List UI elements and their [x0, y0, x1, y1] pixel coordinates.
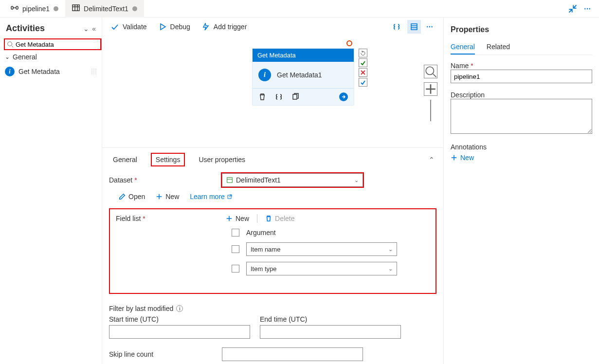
properties-view-button[interactable] [407, 20, 421, 34]
svg-point-7 [8, 42, 12, 46]
svg-marker-9 [161, 24, 165, 30]
dataset-new-button[interactable]: New [156, 193, 179, 200]
field-list-section: Field list * New Delete Argument [109, 208, 436, 294]
info-icon: i [5, 67, 15, 76]
chevron-down-icon: ⌄ [5, 54, 10, 60]
tab-label: pipeline1 [22, 5, 50, 13]
activities-title: Activities [6, 23, 45, 34]
success-icon[interactable] [359, 58, 367, 67]
activity-label: Get Metadata [18, 68, 60, 75]
search-icon [7, 41, 14, 48]
description-label: Description [451, 91, 592, 99]
add-trigger-button[interactable]: Add trigger [202, 23, 247, 31]
tab-label: DelimitedText1 [84, 5, 128, 13]
filter-label: Filter by last modified [109, 305, 173, 312]
activity-node-get-metadata[interactable]: Get Metadata i Get Metadata1 [252, 48, 354, 106]
canvas-add-button[interactable] [424, 82, 437, 96]
group-label: General [13, 53, 37, 61]
argument-dropdown-0[interactable]: Item name ⌄ [246, 242, 397, 256]
dataset-dropdown[interactable]: DelimitedText1 ⌄ [222, 173, 363, 187]
code-view-button[interactable] [390, 20, 403, 34]
run-icon[interactable] [339, 92, 348, 101]
collapse-icon[interactable] [568, 4, 578, 14]
field-list-new-button[interactable]: New [226, 215, 249, 222]
dataset-icon [226, 177, 233, 183]
dataset-learn-more-link[interactable]: Learn more [190, 193, 233, 200]
validate-button[interactable]: Validate [111, 23, 147, 31]
svg-rect-1 [16, 6, 18, 9]
pipeline-description-textarea[interactable] [451, 99, 592, 134]
argument-row-checkbox[interactable] [232, 265, 239, 273]
expand-all-icon[interactable]: ⌄ [83, 25, 89, 33]
breakpoint-icon[interactable] [346, 40, 352, 46]
failure-icon[interactable] [359, 68, 367, 77]
activity-group-general[interactable]: ⌄ General [4, 50, 98, 64]
svg-line-17 [433, 74, 436, 77]
collapse-panel-icon[interactable]: « [92, 25, 96, 33]
skip-line-count-input[interactable] [222, 347, 363, 361]
properties-tab-general[interactable]: General [451, 43, 475, 55]
start-time-label: Start time (UTC) [109, 315, 250, 323]
svg-rect-13 [293, 94, 297, 99]
pencil-icon [119, 193, 126, 200]
node-title: Get Metadata [253, 49, 354, 62]
tab-user-properties[interactable]: User properties [197, 153, 247, 166]
svg-rect-0 [11, 6, 13, 9]
tab-delimitedtext1[interactable]: DelimitedText1 [65, 0, 144, 18]
pipeline-icon [11, 4, 18, 13]
chevron-down-icon: ⌄ [354, 177, 359, 183]
pipeline-toolbar: Validate Debug Add trigger ⋯ [102, 18, 443, 36]
trash-icon [265, 215, 272, 222]
canvas-search-button[interactable] [424, 65, 437, 78]
activity-get-metadata[interactable]: i Get Metadata [4, 64, 98, 79]
plus-icon [226, 215, 233, 222]
argument-dropdown-1[interactable]: Item type ⌄ [246, 262, 397, 275]
pipeline-name-input[interactable] [451, 70, 592, 83]
tab-settings[interactable]: Settings [151, 153, 185, 166]
drag-handle-icon[interactable] [91, 68, 97, 75]
node-name: Get Metadata1 [277, 71, 322, 79]
dataset-open-button[interactable]: Open [119, 193, 145, 200]
info-icon[interactable]: i [176, 305, 183, 312]
copy-icon[interactable] [291, 93, 299, 101]
activity-settings-tabs: General Settings User properties ⌃ [102, 147, 443, 166]
tab-general[interactable]: General [111, 153, 139, 166]
collapse-settings-icon[interactable]: ⌃ [429, 156, 435, 164]
argument-header-checkbox[interactable] [232, 229, 239, 237]
end-time-input[interactable] [260, 325, 401, 339]
name-label: Name [451, 62, 469, 70]
annotation-new-button[interactable]: New [451, 154, 592, 162]
completion-icon[interactable] [359, 78, 367, 87]
annotations-label: Annotations [451, 143, 592, 151]
properties-panel: Properties General Related Name * Descri… [443, 18, 599, 364]
chevron-down-icon: ⌄ [388, 246, 393, 253]
svg-rect-3 [73, 5, 79, 11]
dirty-indicator-icon [132, 6, 137, 11]
node-outcome-icons [359, 49, 367, 87]
start-time-input[interactable] [109, 325, 250, 339]
argument-row-checkbox[interactable] [232, 245, 239, 253]
toolbar-more-icon[interactable]: ⋯ [425, 22, 435, 32]
svg-point-16 [426, 67, 434, 75]
activities-panel: Activities ⌄ « ⌄ General i Get Metadata [0, 18, 102, 364]
properties-tab-related[interactable]: Related [487, 43, 510, 55]
code-icon[interactable] [275, 93, 283, 101]
tab-pipeline1[interactable]: pipeline1 [4, 0, 65, 18]
dataset-label: Dataset [109, 176, 132, 184]
pipeline-canvas[interactable]: Get Metadata i Get Metadata1 [102, 36, 443, 147]
debug-button[interactable]: Debug [159, 23, 190, 31]
field-list-delete-button: Delete [265, 215, 294, 222]
delete-icon[interactable] [258, 93, 266, 101]
info-icon: i [258, 69, 271, 81]
editor-tabstrip: pipeline1 DelimitedText1 ⋯ [0, 0, 599, 18]
retry-icon[interactable] [359, 49, 367, 57]
plus-icon [451, 154, 457, 161]
activities-search-input[interactable] [14, 40, 98, 49]
plus-icon [156, 193, 163, 200]
zoom-track[interactable] [430, 100, 431, 121]
table-icon [72, 4, 80, 13]
more-actions-icon[interactable]: ⋯ [582, 4, 592, 14]
field-list-label: Field list [116, 215, 141, 222]
svg-rect-10 [411, 24, 417, 30]
search-extra [101, 38, 102, 50]
